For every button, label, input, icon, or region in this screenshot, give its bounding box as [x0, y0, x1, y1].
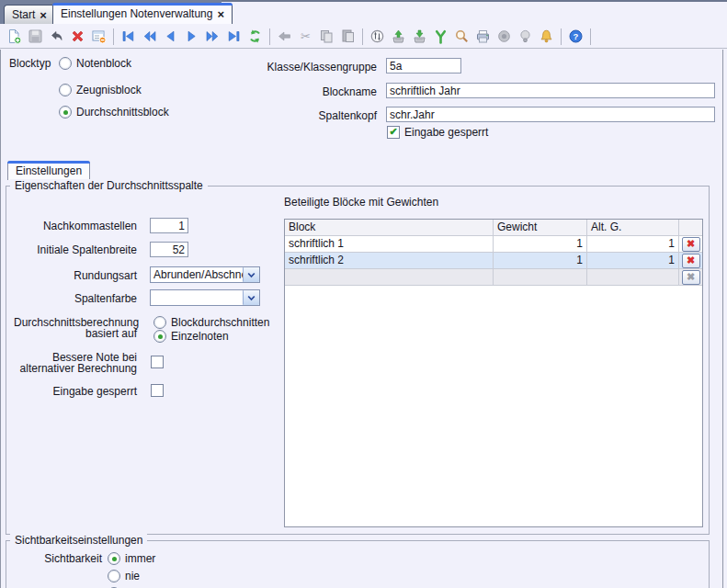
search-icon[interactable]: [452, 27, 471, 46]
eingabe-gesperrt2-checkbox[interactable]: [151, 384, 164, 397]
tab-einstellungen-notenverwaltung[interactable]: Einstellungen Notenverwaltung ×: [52, 3, 233, 24]
delete-row-button-disabled[interactable]: ✖: [682, 270, 700, 285]
help-icon[interactable]: ?: [566, 27, 585, 46]
column-header-actions: [679, 220, 702, 236]
delete-record-icon[interactable]: [68, 27, 87, 46]
rundungsart-dropdown-icon[interactable]: [243, 267, 259, 282]
sort-icon[interactable]: [368, 27, 387, 46]
radio-icon: [153, 330, 166, 343]
cell-block[interactable]: schriftlich 2: [285, 253, 494, 269]
bessere-note-checkbox[interactable]: [151, 356, 164, 368]
rundungsart-combobox[interactable]: Abrunden/Abschne: [150, 266, 260, 283]
hint-bulb-icon[interactable]: [516, 27, 535, 46]
rundungsart-value: Abrunden/Abschne: [151, 268, 243, 281]
merge-icon[interactable]: [431, 27, 450, 46]
nav-first-icon[interactable]: [119, 27, 138, 46]
blocks-table-title: Beteiligte Blöcke mit Gewichten: [284, 196, 438, 209]
tab-start-close-icon[interactable]: ×: [40, 9, 47, 21]
radio-label: Blockdurchschnitten: [171, 316, 269, 329]
nachkommastellen-label: Nachkommastellen: [14, 220, 137, 232]
column-header-block[interactable]: Block: [285, 220, 494, 236]
column-header-alt-g[interactable]: Alt. G.: [587, 220, 679, 236]
blockname-input[interactable]: [386, 83, 715, 98]
copy-icon[interactable]: [317, 27, 336, 46]
delete-row-button[interactable]: ✖: [682, 237, 700, 252]
visibility-groupbox: Sichtbarkeitseinstellungen Sichtbarkeit …: [6, 540, 710, 588]
nachkommastellen-input[interactable]: [150, 218, 188, 233]
eingabe-gesperrt-checkbox[interactable]: Eingabe gesperrt: [387, 126, 488, 139]
tab-einstellungen-label: Einstellungen Notenverwaltung: [61, 7, 212, 20]
cell-alt-g[interactable]: [587, 269, 679, 286]
blocktyp-option-zeugnisblock[interactable]: Zeugnisblock: [59, 84, 142, 96]
spaltenfarbe-combobox[interactable]: [150, 289, 260, 306]
nav-prev-icon[interactable]: [161, 27, 180, 46]
back-icon[interactable]: [275, 27, 294, 46]
nav-next-icon[interactable]: [182, 27, 201, 46]
eingabe-gesperrt2-label: Eingabe gesperrt: [14, 386, 137, 398]
properties-groupbox: Eigenschaften der Durchschnittsspalte Na…: [6, 186, 710, 535]
berechnung-option-einzelnoten[interactable]: Einzelnoten: [153, 330, 229, 343]
table-row-2[interactable]: schriftlich 2 1 1 ✖: [285, 253, 702, 269]
cell-gewicht[interactable]: 1: [494, 253, 587, 269]
radio-icon: [59, 57, 72, 70]
radio-icon: [59, 84, 72, 96]
print-icon[interactable]: [473, 27, 493, 46]
sichtbarkeit-option-nie[interactable]: nie: [108, 570, 140, 582]
refresh-icon[interactable]: [245, 27, 265, 46]
sichtbarkeit-label: Sichtbarkeit: [14, 553, 102, 565]
tab-einstellungen-page[interactable]: Einstellungen: [7, 161, 90, 180]
sichtbarkeit-option-immer[interactable]: immer: [108, 552, 155, 565]
delete-row-button[interactable]: ✖: [682, 254, 700, 268]
berechnung-option-blockdurchschnitten[interactable]: Blockdurchschnitten: [153, 316, 269, 329]
undo-icon[interactable]: [47, 27, 66, 46]
cell-block[interactable]: schriftlich 1: [285, 236, 494, 253]
cell-alt-g[interactable]: 1: [587, 236, 679, 253]
cell-actions: ✖: [679, 269, 702, 286]
toolbar-separator: [269, 28, 270, 45]
notifications-bell-icon[interactable]: [537, 27, 556, 46]
radio-label: Einzelnoten: [171, 330, 229, 343]
bessere-note-label: Bessere Note bei alternativer Berechnung: [14, 352, 137, 374]
nav-last-icon[interactable]: [224, 27, 244, 46]
toolbar-separator: [362, 28, 363, 45]
blocktyp-option-durchschnittsblock[interactable]: Durchschnittsblock: [59, 106, 169, 119]
radio-label: nie: [125, 570, 140, 582]
tab-start-label: Start: [12, 8, 35, 21]
blocktyp-option-notenblock[interactable]: Notenblock: [59, 57, 131, 70]
nav-fast-prev-icon[interactable]: [140, 27, 159, 46]
cut-icon[interactable]: ✂: [296, 27, 315, 46]
spaltenbreite-input[interactable]: [150, 242, 188, 257]
export-icon[interactable]: [410, 27, 429, 46]
radio-icon: [108, 552, 120, 565]
paste-icon[interactable]: [338, 27, 358, 46]
tab-einstellungen-close-icon[interactable]: ×: [217, 8, 224, 20]
radio-label: Zeugnisblock: [76, 84, 142, 96]
save-icon[interactable]: [26, 27, 45, 46]
record-icon[interactable]: [494, 27, 514, 46]
klasse-input[interactable]: [386, 58, 461, 74]
cell-gewicht[interactable]: 1: [494, 236, 587, 253]
spaltenkopf-label: Spaltenkopf: [221, 109, 377, 122]
column-header-gewicht[interactable]: Gewicht: [494, 220, 587, 236]
nav-fast-next-icon[interactable]: [203, 27, 222, 46]
window-right-border: [722, 50, 723, 588]
new-document-icon[interactable]: [5, 27, 24, 46]
cell-alt-g[interactable]: 1: [587, 253, 679, 269]
cell-block[interactable]: [285, 269, 494, 286]
cell-gewicht[interactable]: [494, 269, 587, 286]
table-row-1[interactable]: schriftlich 1 1 1 ✖: [285, 236, 702, 253]
import-icon[interactable]: [389, 27, 408, 46]
table-row-empty[interactable]: ✖: [285, 269, 702, 286]
tab-einstellungen-page-label: Einstellungen: [16, 164, 82, 177]
remove-form-icon[interactable]: [89, 27, 108, 46]
tab-start[interactable]: Start ×: [4, 5, 55, 24]
spaltenfarbe-label: Spaltenfarbe: [14, 293, 137, 305]
cell-actions: ✖: [679, 236, 702, 253]
spaltenkopf-input[interactable]: [386, 107, 715, 122]
notenverwaltung-window: Start × Einstellungen Notenverwaltung ×: [0, 0, 727, 588]
radio-label: Durchschnittsblock: [76, 106, 169, 119]
properties-group-title: Eigenschaften der Durchschnittsspalte: [10, 179, 208, 192]
rundungsart-label: Rundungsart: [14, 270, 137, 282]
visibility-group-title: Sichtbarkeitseinstellungen: [10, 534, 147, 547]
spaltenfarbe-dropdown-icon[interactable]: [243, 290, 259, 305]
